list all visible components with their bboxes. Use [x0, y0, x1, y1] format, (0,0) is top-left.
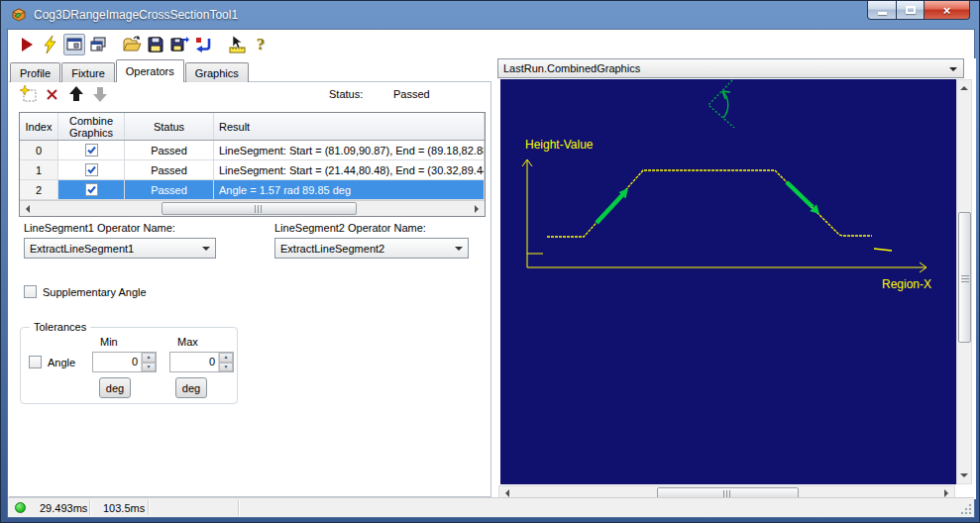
scroll-right-button[interactable]	[469, 201, 485, 216]
spin-up-button[interactable]: ▲	[219, 353, 233, 363]
graphics-panel: LastRun.CombinedGraphics Height-Value Re…	[491, 58, 976, 499]
add-operator-icon[interactable]	[20, 85, 38, 103]
chevron-down-icon	[455, 247, 463, 255]
tolerances-group-label: Tolerances	[30, 321, 90, 333]
linesegment2-operator-label: LineSegment2 Operator Name:	[274, 222, 426, 234]
right-arrow-icon	[944, 489, 952, 497]
minimize-icon	[878, 12, 887, 15]
status-value: Passed	[393, 88, 430, 100]
delete-operator-icon[interactable]	[44, 85, 61, 103]
scrollbar-thumb[interactable]	[162, 202, 357, 215]
left-arrow-icon	[22, 205, 30, 213]
spin-up-button[interactable]: ▲	[142, 353, 156, 363]
angle-indicator	[708, 80, 734, 128]
graphics-display[interactable]: Height-Value Region-X	[500, 79, 956, 484]
electric-run-icon[interactable]	[40, 34, 61, 55]
status-bar: 29.493ms 103.5ms	[8, 497, 974, 517]
column-header-combine-graphics[interactable]: Combine Graphics	[58, 113, 125, 140]
linesegment1-operator-label: LineSegment1 Operator Name:	[24, 222, 175, 234]
plot-y-axis-label: Height-Value	[525, 138, 594, 152]
table-header: Index Combine Graphics Status Result	[20, 113, 485, 141]
column-header-result[interactable]: Result	[214, 113, 485, 140]
scroll-down-button[interactable]	[957, 468, 971, 483]
reset-icon[interactable]	[192, 34, 214, 55]
spin-down-button[interactable]: ▼	[219, 363, 233, 372]
column-header-status[interactable]: Status	[125, 113, 214, 140]
operators-toolbar: Status: Passed	[8, 84, 490, 106]
min-label: Min	[100, 336, 118, 348]
resize-grip[interactable]	[960, 503, 972, 515]
scrollbar-thumb[interactable]	[958, 212, 971, 343]
table-horizontal-scrollbar[interactable]	[20, 200, 485, 216]
run-icon[interactable]	[16, 34, 38, 55]
tab-strip: Profile Fixture Operators Graphics	[10, 59, 250, 82]
max-unit-button[interactable]: deg	[175, 377, 207, 398]
show-result-window-icon[interactable]	[63, 34, 85, 55]
angle-tolerance-checkbox[interactable]: Angle	[29, 356, 75, 368]
scroll-left-button[interactable]	[20, 201, 36, 216]
tool-window: Cog3DRangeImageCrossSectionTool1 ×	[0, 0, 980, 523]
titlebar[interactable]: Cog3DRangeImageCrossSectionTool1 ×	[1, 1, 979, 29]
window-title: Cog3DRangeImageCrossSectionTool1	[34, 8, 238, 22]
table-row-selected[interactable]: 2 Passed Angle = 1.57 rad 89.85 deg	[20, 180, 485, 200]
linesegment2-arrow	[787, 182, 819, 214]
linesegment1-operator-combobox[interactable]: ExtractLineSegment1	[24, 238, 216, 259]
down-arrow-icon	[960, 473, 968, 481]
maximize-button[interactable]	[897, 1, 925, 20]
combine-graphics-checkbox[interactable]	[85, 183, 98, 196]
linesegment2-operator-combobox[interactable]: ExtractLineSegment2	[274, 238, 469, 259]
plot-x-axis-label: Region-X	[882, 277, 931, 291]
column-header-index[interactable]: Index	[20, 113, 58, 140]
min-unit-button[interactable]: deg	[99, 377, 131, 398]
tab-fixture[interactable]: Fixture	[61, 62, 115, 82]
minimize-button[interactable]	[867, 1, 897, 20]
tab-graphics[interactable]: Graphics	[185, 62, 249, 82]
tab-profile[interactable]: Profile	[10, 62, 60, 82]
left-arrow-icon	[501, 489, 509, 497]
status-indicator-icon	[15, 502, 26, 513]
angle-max-spinner[interactable]: 0 ▲ ▼	[169, 352, 234, 372]
status-label: Status:	[329, 88, 363, 100]
table-row[interactable]: 0 Passed LineSegment: Start = (81.09,90.…	[20, 141, 485, 160]
angle-min-spinner[interactable]: 0 ▲ ▼	[92, 352, 157, 372]
close-icon: ×	[943, 4, 951, 17]
operators-table: Index Combine Graphics Status Result 0 P…	[19, 112, 486, 217]
table-row[interactable]: 1 Passed LineSegment: Start = (21.44,80.…	[20, 160, 485, 180]
max-label: Max	[177, 336, 198, 348]
profile-segment	[874, 249, 892, 251]
save-as-file-icon[interactable]	[168, 34, 190, 55]
window-content: ? Profile Fixture Operators Graphics	[7, 29, 975, 518]
checkbox-box[interactable]	[29, 356, 42, 368]
right-arrow-icon	[475, 205, 483, 213]
profile-polyline	[547, 170, 872, 237]
pointer-measure-icon[interactable]	[226, 34, 248, 55]
linesegment1-arrow	[597, 188, 628, 223]
open-file-icon[interactable]	[121, 34, 143, 55]
app-icon	[11, 7, 27, 23]
help-icon[interactable]: ?	[250, 34, 272, 55]
main-toolbar: ?	[8, 30, 974, 58]
maximize-icon	[906, 6, 916, 14]
combine-graphics-checkbox[interactable]	[85, 144, 98, 157]
tolerances-groupbox: Tolerances Min Max Angle 0 ▲ ▼ 0 ▲ ▼	[20, 327, 238, 404]
up-arrow-icon	[960, 82, 968, 90]
tab-operators[interactable]: Operators	[116, 59, 184, 82]
chevron-down-icon	[202, 247, 210, 255]
float-window-icon[interactable]	[87, 34, 109, 55]
graphics-vertical-scrollbar[interactable]	[956, 79, 972, 484]
combine-graphics-checkbox[interactable]	[85, 163, 98, 176]
total-time-value: 103.5ms	[103, 502, 145, 514]
move-down-icon[interactable]	[91, 85, 109, 103]
record-selector-combobox[interactable]: LastRun.CombinedGraphics	[497, 58, 964, 78]
save-file-icon[interactable]	[145, 34, 166, 55]
checkbox-box[interactable]	[24, 285, 37, 298]
chevron-down-icon	[949, 67, 957, 75]
scroll-up-button[interactable]	[957, 80, 971, 96]
close-button[interactable]: ×	[925, 1, 970, 20]
run-time-value: 29.493ms	[40, 502, 87, 514]
spin-down-button[interactable]: ▼	[142, 363, 156, 372]
move-up-icon[interactable]	[67, 85, 85, 103]
supplementary-angle-checkbox[interactable]: Supplementary Angle	[24, 285, 147, 298]
